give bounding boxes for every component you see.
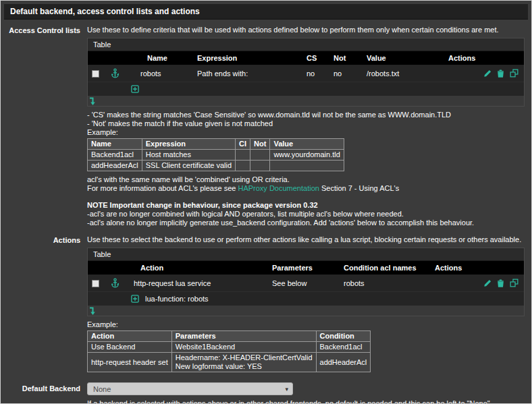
actions-header-condition: Condition acl names (340, 261, 431, 275)
actions-example-label: Example: (87, 320, 525, 329)
actions-example-header-action: Action (88, 331, 172, 342)
anchor-icon[interactable] (111, 278, 119, 288)
actions-example-cell: Website1Backend (171, 342, 316, 353)
acl-row-value: /robots.txt (360, 65, 444, 82)
acl-table-subrow (88, 82, 524, 96)
acl-header-name: Name (127, 51, 188, 65)
haproxy-frontend-settings-page: { "title": "Default backend, access cont… (0, 0, 532, 404)
acl-panel-title: Table (88, 38, 524, 51)
acl-help-text: Use these to define criteria that will b… (87, 26, 525, 34)
acl-doc-line: For more information about ACL's please … (87, 184, 525, 193)
actions-example-header-parameters: Parameters (171, 331, 316, 342)
acl-form-row: Access Control lists Use these to define… (1, 26, 525, 227)
delete-trash-icon[interactable] (497, 279, 504, 287)
expand-plus-box-icon[interactable] (131, 85, 139, 93)
acl-example-cell: SSL Client certificate valid (142, 161, 235, 171)
acl-example-row: addHeaderAcl SSL Client certificate vali… (88, 161, 344, 171)
acl-header-expression: Expression (188, 51, 302, 65)
chevron-down-icon: ▾ (285, 386, 288, 393)
acl-header-checkbox-spacer (88, 51, 107, 65)
default-backend-selected-value: None (93, 385, 285, 393)
acl-example-header-not: Not (250, 139, 270, 150)
actions-header-action: Action (127, 261, 265, 275)
acl-row-expression: Path ends with: (188, 65, 302, 82)
acl-table: Name Expression CS Not Value Actions (88, 51, 524, 96)
expand-plus-box-icon[interactable] (131, 295, 139, 303)
acl-note-cs: - 'CS' makes the string matches 'Case Se… (87, 111, 525, 119)
actions-example-param-line2: New logformat value: YES (176, 362, 313, 371)
actions-example-cell: Backend1acl (316, 342, 371, 353)
acl-header-anchor-spacer (107, 51, 127, 65)
acl-example-cell (270, 161, 344, 171)
delete-trash-icon[interactable] (497, 69, 504, 78)
haproxy-documentation-link[interactable]: HAProxy Documentation (238, 184, 319, 192)
edit-pencil-icon[interactable] (483, 279, 491, 287)
actions-example-row: http-request header set Headername: X-HE… (88, 353, 371, 372)
actions-table-row: http-request lua service See below robot… (88, 275, 524, 292)
acl-label: Access Control lists (1, 26, 87, 227)
actions-row-action: http-request lua service (127, 275, 265, 292)
acl-example-header-name: Name (88, 139, 142, 150)
actions-table-panel: Table Action Parameters Condition acl na… (87, 248, 525, 316)
acl-example-header-row: Name Expression CI Not Value (88, 139, 344, 150)
acl-example-cell (250, 161, 270, 171)
actions-example-cell: http-request header set (88, 353, 172, 372)
add-row-level-down-arrow-icon[interactable] (89, 97, 97, 106)
actions-example-row: Use Backend Website1Backend Backend1acl (88, 342, 371, 353)
actions-row-detail: lua-function: robots (145, 295, 209, 303)
acl-table-footer (88, 96, 524, 106)
actions-table-footer (88, 306, 524, 316)
default-backend-select[interactable]: None ▾ (87, 382, 293, 395)
acl-behaviour-note-title: NOTE Important change in behaviour, sinc… (87, 201, 525, 210)
acl-example-label: Example: (87, 128, 525, 137)
acl-example-cell (236, 161, 250, 171)
acl-behaviour-note-line: -acl's are no longer combined with logic… (87, 210, 525, 219)
acl-note-not: - 'Not' makes the match if the value giv… (87, 119, 525, 128)
actions-header-checkbox-spacer (88, 261, 107, 275)
acl-example-cell: addHeaderAcl (88, 161, 142, 171)
actions-example-param-line1: Headername: X-HEADER-ClientCertValid (176, 353, 313, 362)
actions-example-cell: Headername: X-HEADER-ClientCertValid New… (171, 353, 316, 372)
acl-example-header-ci: CI (236, 139, 250, 150)
acl-table-row: robots Path ends with: no no /robots.txt (88, 65, 524, 82)
acl-header-cs: CS (302, 51, 329, 65)
default-backend-label: Default Backend (1, 382, 87, 404)
add-row-level-down-arrow-icon[interactable] (89, 307, 97, 316)
actions-example-header-condition: Condition (316, 331, 371, 342)
edit-pencil-icon[interactable] (483, 69, 491, 78)
actions-header-actions: Actions (431, 261, 524, 275)
acl-header-value: Value (360, 51, 444, 65)
acl-example-header-value: Value (270, 139, 344, 150)
actions-row-condition: robots (340, 275, 431, 292)
section-title: Default backend, access control lists an… (4, 4, 528, 20)
acl-example-cell (236, 150, 250, 161)
acl-header-actions: Actions (444, 51, 524, 65)
acl-behaviour-note-line: -acl's alone no longer implicitly genera… (87, 219, 525, 227)
acl-example-cell: Host matches (142, 150, 235, 161)
actions-example-cell: Use Backend (88, 342, 172, 353)
actions-form-row: Actions Use these to select the backend … (1, 235, 525, 372)
acl-doc-prefix: For more information about ACL's please … (87, 184, 238, 192)
acl-or-note: acl's with the same name will be 'combin… (87, 175, 525, 184)
actions-header-anchor-spacer (107, 261, 127, 275)
acl-row-checkbox[interactable] (92, 70, 99, 78)
actions-panel-title: Table (88, 248, 524, 261)
acl-example-cell (250, 150, 270, 161)
anchor-icon[interactable] (111, 68, 119, 78)
default-backend-form-row: Default Backend None ▾ If a backend is s… (1, 382, 525, 404)
actions-example-cell: addHeaderAcl (316, 353, 371, 372)
actions-example-header-row: Action Parameters Condition (88, 331, 371, 342)
copy-clone-icon[interactable] (510, 279, 518, 287)
acl-row-name: robots (127, 65, 188, 82)
actions-table-header-row: Action Parameters Condition acl names Ac… (88, 261, 524, 275)
acl-example-cell: Backend1acl (88, 150, 142, 161)
acl-example-table: Name Expression CI Not Value Backend1acl… (87, 138, 344, 171)
copy-clone-icon[interactable] (510, 69, 518, 78)
acl-example-cell: www.yourdomain.tld (270, 150, 344, 161)
actions-row-parameters: See below (265, 275, 340, 292)
acl-row-not: no (329, 65, 360, 82)
acl-header-not: Not (329, 51, 360, 65)
actions-row-checkbox[interactable] (92, 280, 99, 287)
form-content-area: Access Control lists Use these to define… (1, 20, 531, 404)
actions-table-subrow: lua-function: robots (88, 292, 524, 306)
